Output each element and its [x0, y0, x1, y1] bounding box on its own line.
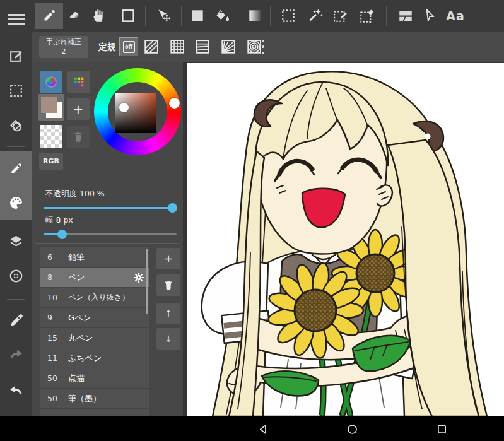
magic-wand-tool-button[interactable] — [304, 4, 327, 27]
saturation-value-square[interactable] — [115, 93, 156, 133]
redo-icon — [8, 348, 24, 363]
grid-icon — [170, 39, 185, 54]
hand-tool-button[interactable] — [88, 4, 110, 27]
move-tool-button[interactable] — [153, 4, 175, 27]
brush-list-scrollbar[interactable] — [146, 249, 148, 314]
pen-icon — [8, 161, 24, 177]
edit-canvas-button[interactable] — [0, 40, 32, 71]
rgb-mode-button[interactable]: RGB — [39, 153, 63, 170]
toolbar-divider — [181, 6, 182, 26]
stabilizer-value: 2 — [62, 47, 66, 56]
add-color-button[interactable]: + — [67, 98, 90, 120]
materials-button[interactable] — [0, 260, 32, 291]
home-button[interactable] — [341, 421, 363, 437]
select-pen-tool-button[interactable] — [329, 4, 352, 27]
undo-icon — [8, 384, 24, 399]
paint-app-window: Aa 手ぶれ補正 2 定規 off — [0, 0, 504, 441]
color-palette-mode-button[interactable] — [67, 71, 90, 93]
brush-item[interactable]: 10ペン（入り抜き） — [40, 288, 149, 308]
fill-rect-tool-button[interactable] — [186, 4, 209, 27]
brush-item[interactable]: 11ふちペン — [40, 348, 149, 368]
foreground-color-square — [41, 97, 57, 113]
color-grid-icon — [72, 75, 86, 89]
brush-item[interactable]: 6鉛筆 — [40, 247, 149, 268]
text-tool-button[interactable]: Aa — [444, 4, 467, 27]
palette-icon — [8, 195, 24, 211]
eyedropper-icon — [8, 313, 24, 329]
brush-move-down-button[interactable]: ↓ — [156, 328, 180, 350]
stabilizer-button[interactable]: 手ぶれ補正 2 — [39, 36, 88, 58]
toolbar-divider — [145, 6, 146, 26]
pen-tool-button[interactable] — [38, 4, 61, 27]
sidebar-divider — [7, 146, 25, 147]
back-button[interactable] — [252, 421, 274, 437]
home-icon — [346, 423, 358, 435]
edit-icon — [8, 48, 24, 64]
hue-handle[interactable] — [169, 98, 180, 109]
gradient-tool-button[interactable] — [243, 4, 266, 27]
opacity-slider-handle[interactable] — [168, 203, 177, 213]
width-slider[interactable] — [44, 233, 177, 235]
bucket-tool-button[interactable] — [211, 4, 234, 27]
undo-button[interactable] — [0, 375, 32, 407]
transform-icon — [8, 118, 24, 134]
layers-icon — [8, 233, 24, 249]
recents-button[interactable] — [430, 421, 453, 437]
brush-item[interactable]: 50筆（墨） — [40, 389, 149, 409]
add-brush-button[interactable]: + — [156, 248, 180, 269]
eraser-tool-button[interactable] — [63, 4, 86, 27]
opacity-slider[interactable] — [44, 207, 177, 209]
button-icon — [8, 268, 24, 284]
ruler-parallel-button[interactable] — [143, 38, 160, 56]
width-slider-handle[interactable] — [57, 230, 67, 239]
back-icon — [257, 423, 269, 435]
menu-icon[interactable] — [8, 14, 25, 25]
cursor-tool-button[interactable] — [419, 4, 442, 27]
split-canvas-button[interactable] — [394, 4, 417, 27]
brush-item[interactable]: 9Gペン — [40, 308, 149, 328]
canvas-artwork — [187, 63, 504, 416]
ruler-horizontal-button[interactable] — [194, 38, 211, 56]
brush-settings-gear-icon[interactable] — [133, 272, 144, 283]
brush-list: 6鉛筆 8ペン 10ペン（入り抜き） 9Gペン 15丸ペン 11ふちペン 50点… — [40, 247, 149, 416]
current-color-swatch[interactable] — [38, 94, 64, 121]
panel-divider — [35, 185, 179, 185]
delete-brush-button[interactable] — [156, 274, 180, 296]
toolbar-divider — [386, 6, 387, 26]
select-button[interactable] — [0, 74, 32, 106]
brush-item-partial[interactable] — [40, 409, 149, 416]
delete-color-button[interactable] — [67, 126, 90, 148]
color-brush-panel: + RGB 不透明度 100 % 幅 8 px 6鉛筆 8 — [32, 62, 183, 416]
canvas[interactable] — [187, 63, 504, 416]
ruler-radial-button[interactable] — [220, 38, 237, 56]
opacity-label: 不透明度 100 % — [45, 189, 105, 199]
transparent-color-button[interactable] — [40, 125, 62, 148]
stabilizer-label: 手ぶれ補正 — [46, 38, 81, 47]
sidebar-pen-button[interactable] — [0, 151, 32, 185]
main-toolbar: Aa — [0, 0, 504, 32]
select-eraser-tool-button[interactable] — [356, 4, 378, 27]
recents-icon — [436, 423, 448, 435]
brush-item[interactable]: 15丸ペン — [40, 328, 149, 348]
ruler-off-icon: off — [123, 41, 135, 53]
brush-item-selected[interactable]: 8ペン — [40, 268, 149, 288]
eyedropper-button[interactable] — [0, 305, 32, 336]
more-options-icon[interactable] — [260, 40, 266, 54]
trash-icon — [71, 130, 85, 144]
brush-item[interactable]: 50点描 — [40, 368, 149, 389]
transform-button[interactable] — [0, 110, 32, 141]
sidebar-color-button[interactable] — [0, 185, 32, 220]
rect-tool-button[interactable] — [117, 4, 139, 27]
brush-move-up-button[interactable]: ↑ — [156, 303, 180, 324]
sv-handle[interactable] — [119, 103, 129, 112]
android-navbar — [0, 416, 504, 441]
color-wheel-mode-button[interactable] — [40, 71, 62, 93]
ruler-grid-button[interactable] — [168, 38, 186, 56]
trash-icon — [162, 279, 175, 291]
layers-button[interactable] — [0, 225, 32, 257]
rect-select-tool-button[interactable] — [277, 4, 300, 27]
ruler-off-button[interactable]: off — [120, 38, 138, 56]
radial-lines-icon — [221, 39, 236, 54]
redo-button[interactable] — [0, 339, 32, 371]
sidebar-divider — [7, 299, 25, 300]
